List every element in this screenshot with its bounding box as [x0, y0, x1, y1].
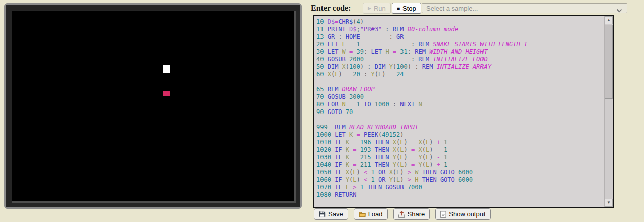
- folder-icon: [359, 211, 366, 217]
- code-line: [316, 199, 604, 206]
- code-line: 50 DIM X(100) : DIM Y(100) : REM INTIALI…: [316, 63, 604, 71]
- code-line: 999 REM READ KEYBOARD INPUT: [316, 124, 604, 131]
- code-line: 1050 IF X(L) < 1 OR X(L) > W THEN GOTO 6…: [316, 169, 604, 176]
- code-line: 70 GOSUB 3000: [316, 93, 604, 101]
- stop-button-label: Stop: [403, 5, 416, 12]
- code-line: 11 PRINT D$;"PR#3" : REM 80-column mode: [316, 26, 604, 33]
- run-button[interactable]: ▶ Run: [363, 3, 391, 14]
- scroll-up-button[interactable]: ▲: [605, 16, 613, 24]
- code-line: 1999 REM CREATE FOOD: [316, 206, 604, 207]
- code-line: 1080 RETURN: [316, 191, 604, 199]
- code-line: [316, 78, 604, 86]
- food-pixel: [163, 91, 170, 96]
- code-lines[interactable]: 10 D$=CHR$(4)11 PRINT D$;"PR#3" : REM 80…: [314, 16, 604, 207]
- code-line: 1040 IF K = 211 THEN Y(L) = Y(L) + 1: [316, 161, 604, 169]
- code-line: [316, 116, 604, 124]
- code-line: 10 D$=CHR$(4): [316, 18, 604, 26]
- sample-select[interactable]: Select a sample...: [422, 3, 627, 13]
- load-button[interactable]: Load: [354, 208, 388, 220]
- code-line: 30 LET W = 39: LET H = 31: REM WIDTH AND…: [316, 48, 604, 56]
- code-line: 40 GOSUB 2000 : REM INITIALIZE FOOD: [316, 56, 604, 63]
- load-button-label: Load: [368, 210, 383, 218]
- code-line: 20 LET L = 1 : REM SNAKE STARTS WITH LEN…: [316, 41, 604, 48]
- stop-icon: ■: [397, 6, 400, 11]
- code-line: 60 X(L) = 20 : Y(L) = 24: [316, 71, 604, 78]
- code-line: 1030 IF K = 215 THEN Y(L) = Y(L) - 1: [316, 154, 604, 161]
- chevron-down-icon: [616, 7, 622, 14]
- document-icon: [440, 211, 446, 218]
- play-icon: ▶: [368, 6, 371, 11]
- scroll-down-button[interactable]: ▼: [605, 199, 613, 207]
- scrollbar-thumb[interactable]: [605, 25, 613, 99]
- code-line: 1070 IF L > 1 THEN GOSUB 7000: [316, 184, 604, 191]
- code-line: 65 REM DRAW LOOP: [316, 86, 604, 93]
- enter-code-label: Enter code:: [311, 4, 351, 13]
- apple-screen[interactable]: [4, 3, 302, 209]
- stop-button[interactable]: ■ Stop: [392, 3, 421, 14]
- run-button-label: Run: [374, 5, 386, 12]
- code-line: 80 FOR N = 1 TO 1000 : NEXT N: [316, 101, 604, 108]
- footer-toolbar: Save Load Share Show output: [314, 208, 491, 220]
- code-line: 1020 IF K = 193 THEN X(L) = X(L) - 1: [316, 146, 604, 154]
- share-button-label: Share: [408, 210, 425, 218]
- share-upload-icon: [398, 211, 405, 218]
- show-output-button[interactable]: Show output: [435, 208, 490, 220]
- snake-pixel: [163, 65, 170, 73]
- sample-select-placeholder: Select a sample...: [426, 5, 478, 12]
- save-button[interactable]: Save: [314, 208, 348, 220]
- code-line: 13 GR : HOME : GR: [316, 33, 604, 41]
- share-button[interactable]: Share: [393, 208, 430, 220]
- code-line: 1000 LET K = PEEK(49152): [316, 131, 604, 139]
- code-line: 90 GOTO 70: [316, 108, 604, 116]
- editor-scrollbar[interactable]: ▲ ▼: [604, 16, 613, 207]
- floppy-disk-icon: [319, 211, 326, 217]
- show-output-button-label: Show output: [449, 210, 485, 218]
- code-line: 1010 IF K = 196 THEN X(L) = X(L) + 1: [316, 139, 604, 146]
- code-line: 1060 IF Y(L) < 1 OR Y(L) > H THEN GOTO 6…: [316, 176, 604, 184]
- code-editor[interactable]: 10 D$=CHR$(4)11 PRINT D$;"PR#3" : REM 80…: [313, 15, 614, 208]
- save-button-label: Save: [328, 210, 343, 218]
